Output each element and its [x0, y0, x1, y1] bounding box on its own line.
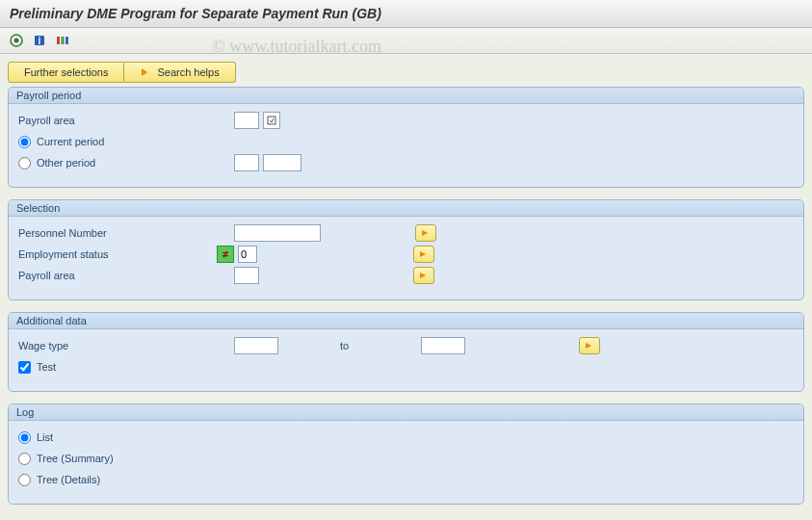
- other-period-radio[interactable]: Other period: [18, 157, 230, 169]
- arrow-right-icon: [140, 66, 151, 78]
- page-title: Preliminary DME Program for Separate Pay…: [0, 0, 812, 28]
- search-helps-button[interactable]: Search helps: [124, 62, 235, 83]
- group-log: Log List Tree (Summary) Tree (Details): [8, 403, 804, 505]
- radio-label: Tree (Summary): [37, 453, 114, 464]
- other-period-from-input[interactable]: [234, 154, 259, 171]
- selection-buttons: Further selections Search helps: [8, 62, 804, 83]
- svg-rect-7: [268, 117, 275, 124]
- multiple-selection-button[interactable]: [415, 224, 436, 242]
- svg-rect-5: [62, 37, 65, 44]
- wage-type-from-input[interactable]: [234, 337, 278, 354]
- multiple-selection-button[interactable]: [413, 267, 434, 284]
- svg-text:i: i: [39, 36, 41, 46]
- content: Further selections Search helps Payroll …: [0, 54, 812, 520]
- test-checkbox[interactable]: Test: [18, 361, 56, 374]
- group-selection: Selection Personnel Number Employment st…: [8, 199, 804, 300]
- wage-type-to-input[interactable]: [421, 337, 465, 354]
- log-tree-details-radio[interactable]: Tree (Details): [18, 474, 100, 486]
- info-icon[interactable]: i: [31, 32, 48, 49]
- radio-label: Tree (Details): [37, 474, 100, 485]
- multiple-selection-button[interactable]: [579, 337, 600, 354]
- radio-label: Current period: [37, 136, 104, 147]
- payroll-area-label: Payroll area: [18, 115, 230, 126]
- log-tree-summary-radio[interactable]: Tree (Summary): [18, 453, 114, 465]
- radio-label: Other period: [37, 157, 95, 169]
- emp-status-input[interactable]: [238, 246, 257, 263]
- execute-icon[interactable]: [8, 32, 25, 49]
- group-title: Selection: [9, 200, 803, 217]
- group-title: Additional data: [9, 313, 803, 329]
- wage-type-label: Wage type: [18, 340, 230, 351]
- radio-label: List: [37, 431, 53, 443]
- group-title: Log: [9, 404, 803, 421]
- log-list-radio[interactable]: List: [18, 431, 53, 444]
- button-label: Further selections: [24, 66, 108, 78]
- payroll-area-label: Payroll area: [18, 270, 230, 281]
- not-equal-icon[interactable]: ≠: [217, 246, 234, 263]
- payroll-area-input[interactable]: [234, 112, 259, 129]
- multiple-selection-button[interactable]: [413, 246, 434, 263]
- svg-rect-4: [57, 37, 60, 44]
- emp-status-label: Employment status: [18, 248, 213, 260]
- pernr-label: Personnel Number: [18, 227, 230, 239]
- app-toolbar: i: [0, 28, 812, 54]
- group-additional-data: Additional data Wage type to Test: [8, 312, 804, 392]
- other-period-to-input[interactable]: [263, 154, 301, 171]
- payroll-area-sel-input[interactable]: [234, 267, 259, 284]
- further-selections-button[interactable]: Further selections: [8, 62, 124, 83]
- current-period-radio[interactable]: Current period: [18, 136, 104, 148]
- checkbox-label: Test: [37, 361, 56, 373]
- svg-point-1: [14, 39, 19, 43]
- group-title: Payroll period: [9, 88, 803, 104]
- button-label: Search helps: [157, 66, 219, 78]
- variant-icon[interactable]: [54, 32, 71, 49]
- f4-help-icon[interactable]: [263, 112, 280, 129]
- svg-rect-6: [65, 37, 68, 44]
- to-label: to: [340, 340, 417, 351]
- pernr-input[interactable]: [234, 224, 321, 242]
- group-payroll-period: Payroll period Payroll area Current peri…: [8, 87, 804, 188]
